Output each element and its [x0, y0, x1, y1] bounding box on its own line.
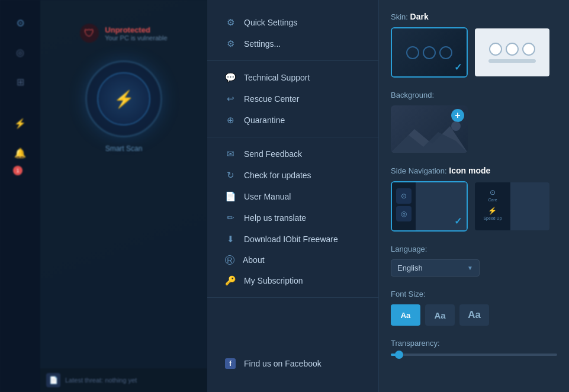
skin-value: Dark	[410, 12, 429, 21]
nav-text-item-1: ⊙ Care	[488, 188, 497, 202]
font-size-small-button[interactable]: Aa	[391, 304, 420, 326]
menu-panel: ⚙ Quick Settings ⚙ Settings... 💬 Technic…	[207, 0, 379, 392]
download-freeware-icon: ⬇	[225, 234, 236, 245]
menu-item-technical-support[interactable]: 💬 Technical Support	[207, 67, 378, 88]
menu-item-help-translate[interactable]: ✏ Help us translate	[207, 207, 378, 229]
nav-text-label-care: Care	[488, 198, 497, 202]
transparency-section: Transparency:	[391, 339, 557, 356]
main-content-area: 🛡 Unprotected Your PC is vulnerable ⚡ Sm…	[40, 0, 207, 392]
side-navigation-value: Icon mode	[449, 166, 490, 175]
speedup-icon[interactable]: ⚡	[9, 113, 31, 134]
menu-item-quick-settings[interactable]: ⚙ Quick Settings	[207, 12, 378, 33]
send-feedback-icon: ✉	[225, 149, 236, 159]
menu-footer: f Find us on Facebook	[207, 353, 378, 380]
background-section: Background: +	[391, 91, 557, 153]
scan-button[interactable]: ⚡	[85, 60, 162, 137]
skin-light-dots	[489, 43, 535, 56]
transparency-slider-thumb[interactable]	[395, 351, 403, 359]
menu-group-settings: ⚙ Quick Settings ⚙ Settings...	[207, 12, 378, 61]
skin-section: Skin: Dark ✓	[391, 12, 557, 78]
settings-icon: ⚙	[225, 38, 236, 49]
technical-support-icon: 💬	[225, 72, 236, 83]
skin-dark-dot-3	[439, 46, 452, 59]
skin-light-dot-1	[489, 43, 502, 56]
font-size-label: Font Size:	[391, 290, 557, 298]
quarantine-label: Quarantine	[244, 115, 285, 125]
menu-item-user-manual[interactable]: 📄 User Manual	[207, 186, 378, 207]
technical-support-label: Technical Support	[244, 73, 310, 82]
language-chevron-icon: ▼	[467, 265, 473, 271]
nav-text-mode-option[interactable]: ⊙ Care ⚡ Speed Up	[474, 181, 551, 232]
menu-item-about[interactable]: R About	[207, 250, 378, 270]
menu-item-download-freeware[interactable]: ⬇ Download IObit Freeware	[207, 229, 378, 250]
rescue-center-icon: ↩	[225, 94, 236, 104]
check-updates-label: Check for updates	[244, 171, 311, 180]
nav-text-icon-2: ⚡	[488, 207, 497, 215]
side-navigation-section: Side Navigation: Icon mode ⊙ ◎ ✓	[391, 166, 557, 232]
font-size-options: Aa Aa Aa	[391, 304, 557, 326]
skin-dark-option[interactable]: ✓	[391, 27, 468, 78]
menu-item-facebook[interactable]: f Find us on Facebook	[207, 353, 378, 374]
menu-group-support: 💬 Technical Support ↩ Rescue Center ⊕ Qu…	[207, 67, 378, 137]
nav-icon-mode-option[interactable]: ⊙ ◎ ✓	[391, 181, 468, 232]
skin-dark-check-icon: ✓	[454, 62, 462, 73]
menu-item-quarantine[interactable]: ⊕ Quarantine	[207, 110, 378, 131]
transparency-slider-track[interactable]	[391, 354, 557, 356]
settings-label: Settings...	[244, 39, 281, 49]
nav-text-item-2: ⚡ Speed Up	[483, 207, 502, 220]
subscription-label: My Subscription	[244, 276, 303, 285]
menu-item-check-updates[interactable]: ↻ Check for updates	[207, 165, 378, 186]
scan-lightning-icon: ⚡	[97, 72, 150, 126]
notification-doc-icon: 📄	[46, 373, 60, 387]
shield-warning-icon: 🛡	[80, 24, 99, 43]
menu-item-rescue-center[interactable]: ↩ Rescue Center	[207, 88, 378, 110]
skin-options: ✓	[391, 27, 557, 78]
facebook-icon: f	[225, 358, 236, 369]
tools-icon[interactable]: ⊞	[9, 71, 31, 92]
nav-options: ⊙ ◎ ✓ ⊙ Care ⚡	[391, 181, 557, 232]
language-value: English	[397, 264, 423, 272]
skin-dark-dot-1	[406, 46, 419, 59]
nav-text-column: ⊙ Care ⚡ Speed Up	[475, 182, 510, 230]
language-dropdown[interactable]: English ▼	[391, 259, 480, 277]
menu-item-settings[interactable]: ⚙ Settings...	[207, 33, 378, 54]
skin-light-dot-3	[522, 43, 535, 56]
care-icon[interactable]: ◎	[9, 41, 31, 63]
nav-text-content-area	[510, 182, 549, 230]
nav-icon-mode-check-icon: ✓	[454, 216, 462, 227]
nav-col-icon-1: ⊙	[396, 188, 412, 204]
skin-light-option[interactable]	[474, 27, 551, 78]
background-preview: +	[391, 105, 468, 153]
about-label: About	[243, 255, 265, 265]
language-label: Language:	[391, 245, 557, 253]
send-feedback-label: Send Feedback	[244, 149, 302, 159]
svg-point-2	[451, 121, 461, 131]
font-size-section: Font Size: Aa Aa Aa	[391, 290, 557, 326]
transparency-label: Transparency:	[391, 339, 557, 348]
background-mountain-graphic	[391, 117, 468, 153]
svg-marker-1	[391, 132, 468, 153]
quarantine-icon: ⊕	[225, 115, 236, 126]
skin-light-dot-2	[506, 43, 519, 56]
font-size-large-button[interactable]: Aa	[459, 304, 489, 326]
notifications-icon[interactable]: 🔔 1	[9, 142, 31, 163]
settings-panel: Skin: Dark ✓	[379, 0, 569, 392]
status-title: Unprotected	[105, 25, 167, 34]
subscription-icon: 🔑	[225, 275, 236, 286]
skin-light-bar	[488, 59, 536, 63]
sidebar-icon-rail: ⊙ ◎ ⊞ ⚡ 🔔 1	[0, 0, 40, 392]
status-subtitle: Your PC is vulnerable	[105, 34, 167, 41]
nav-text-label-speedup: Speed Up	[483, 216, 502, 220]
notification-badge: 1	[13, 166, 22, 175]
menu-item-send-feedback[interactable]: ✉ Send Feedback	[207, 143, 378, 165]
quick-settings-icon: ⚙	[225, 17, 236, 28]
shield-status-area: 🛡 Unprotected Your PC is vulnerable	[80, 24, 167, 43]
nav-icon-column: ⊙ ◎	[392, 182, 416, 230]
font-size-medium-button[interactable]: Aa	[425, 304, 455, 326]
scan-label: Smart Scan	[105, 144, 143, 153]
bottom-notification-bar: 📄 Latest threat: nothing yet	[40, 368, 207, 392]
menu-item-my-subscription[interactable]: 🔑 My Subscription	[207, 270, 378, 291]
home-icon[interactable]: ⊙	[9, 12, 31, 33]
skin-label: Skin: Dark	[391, 12, 557, 21]
menu-group-misc: ✉ Send Feedback ↻ Check for updates 📄 Us…	[207, 143, 378, 298]
